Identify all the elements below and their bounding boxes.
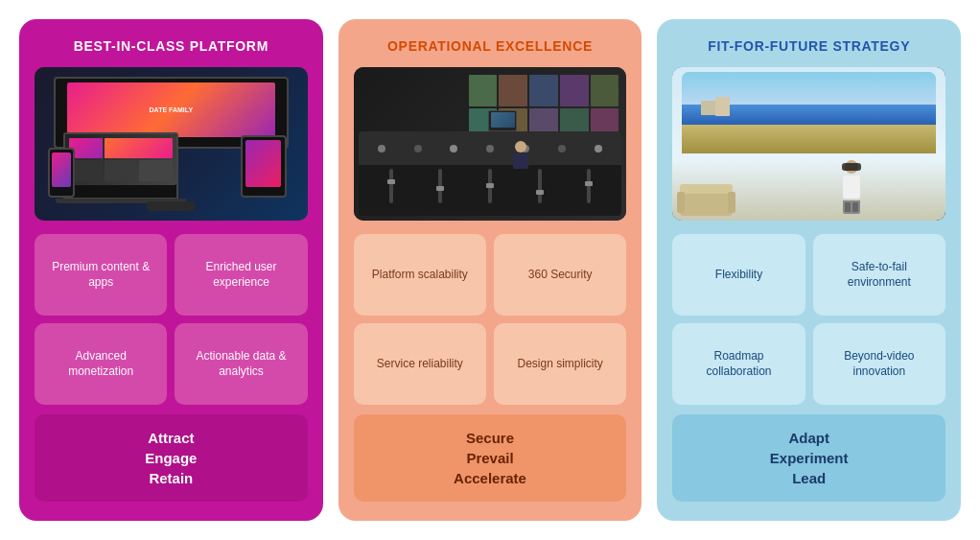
broadcast-mockup [354,67,627,221]
card-title-best-in-class: BEST-IN-CLASS PLATFORM [35,38,308,54]
tagline-best-in-class: AttractEngageRetain [35,414,308,502]
feature-enriched-ux: Enriched user experience [175,234,307,316]
tagline-operational: SecurePrevailAccelerate [354,414,627,502]
feature-roadmap-collaboration: Roadmap collaboration [672,323,805,405]
tagline-future: AdaptExperimentLead [672,414,945,502]
feature-data-analytics: Actionable data & analytics [175,323,307,405]
feature-service-reliability: Service reliability [354,323,486,405]
feature-premium-content: Premium content & apps [35,234,167,316]
card-best-in-class: BEST-IN-CLASS PLATFORM DATE FAMILY [19,19,323,521]
vr-mockup [672,67,945,221]
feature-safe-to-fail: Safe-to-fail environment [813,234,945,316]
card-image-best-in-class: DATE FAMILY [35,67,308,221]
card-image-future [672,67,945,221]
feature-platform-scalability: Platform scalability [354,234,486,316]
tagline-text-operational: SecurePrevailAccelerate [363,428,618,488]
features-grid-future: Flexibility Safe-to-fail environment Roa… [672,234,945,405]
feature-advanced-monetization: Advanced monetization [35,323,167,405]
features-grid-operational: Platform scalability 360 Security Servic… [354,234,627,405]
card-fit-for-future: FIT-FOR-FUTURE STRATEGY [657,19,961,521]
card-title-future: FIT-FOR-FUTURE STRATEGY [672,38,945,54]
tagline-text-future: AdaptExperimentLead [682,428,936,488]
card-title-operational: OPERATIONAL EXCELLENCE [354,38,627,54]
features-grid-best-in-class: Premium content & apps Enriched user exp… [35,234,308,405]
feature-beyond-video: Beyond-video innovation [813,323,945,405]
card-image-operational [354,67,627,221]
tagline-text-best-in-class: AttractEngageRetain [44,428,298,488]
feature-design-simplicity: Design simplicity [494,323,626,405]
devices-mockup: DATE FAMILY [35,67,308,221]
feature-360-security: 360 Security [494,234,626,316]
main-container: BEST-IN-CLASS PLATFORM DATE FAMILY [0,0,980,540]
feature-flexibility: Flexibility [672,234,805,316]
card-operational-excellence: OPERATIONAL EXCELLENCE [338,19,642,521]
